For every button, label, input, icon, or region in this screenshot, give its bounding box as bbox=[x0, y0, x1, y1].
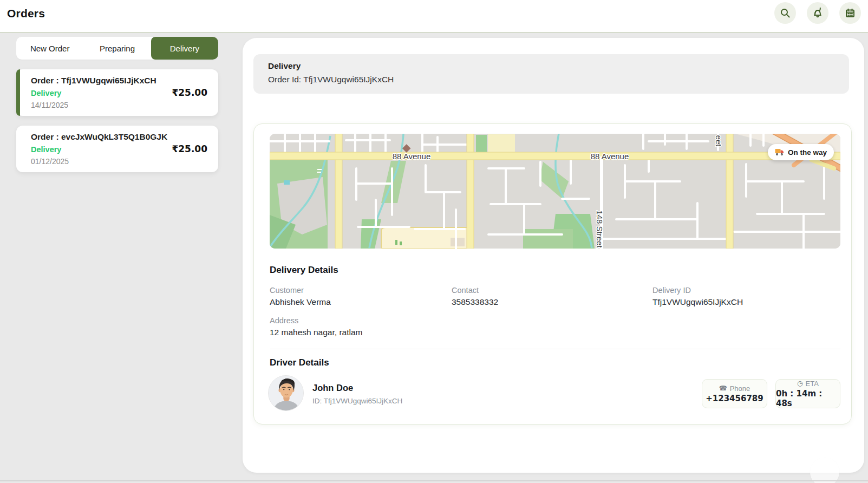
address-value: 12 mahesh nagar, ratlam bbox=[270, 328, 362, 337]
order-title: Order : Tfj1VWUgqwi65IJjKxCH bbox=[31, 76, 156, 86]
order-date: 01/12/2025 bbox=[31, 157, 69, 166]
phone-label-row: ☎ Phone bbox=[719, 384, 750, 393]
map-label-avenue-left: 88 Avenue bbox=[393, 152, 431, 161]
tab-delivery[interactable]: Delivery bbox=[151, 37, 218, 60]
eta-label: ETA bbox=[806, 380, 819, 388]
driver-avatar-illustration bbox=[269, 376, 304, 411]
page-title: Orders bbox=[7, 7, 45, 20]
phone-label: Phone bbox=[730, 384, 750, 393]
tab-preparing[interactable]: Preparing bbox=[83, 37, 151, 60]
calendar-button[interactable] bbox=[839, 2, 861, 24]
map-label-street-partial: eet bbox=[714, 135, 723, 147]
order-status-badge: Delivery bbox=[31, 89, 61, 97]
delivery-status-badge[interactable]: On the way bbox=[768, 144, 834, 160]
search-button[interactable] bbox=[774, 2, 796, 24]
customer-label: Customer bbox=[270, 286, 304, 295]
map-canvas: 88 Avenue 88 Avenue 148 Street eet bbox=[270, 134, 840, 249]
search-icon bbox=[780, 8, 791, 18]
driver-eta-chip: ◷ ETA 0h : 14m : 48s bbox=[775, 379, 840, 408]
delivery-summary-card: Delivery Order Id: Tfj1VWUgqwi65IJjKxCH bbox=[253, 54, 849, 94]
order-card[interactable]: Order : Tfj1VWUgqwi65IJjKxCH Delivery 14… bbox=[16, 69, 218, 116]
truck-icon bbox=[775, 148, 784, 156]
phone-icon: ☎ bbox=[719, 384, 727, 392]
summary-order-id: Order Id: Tfj1VWUgqwi65IJjKxCH bbox=[268, 75, 394, 84]
eta-value: 0h : 14m : 48s bbox=[776, 389, 840, 408]
page-bottom-edge bbox=[0, 480, 868, 481]
driver-avatar bbox=[268, 375, 304, 411]
order-title: Order : evcJxWuQkL3T5Q1B0GJK bbox=[31, 132, 167, 142]
tab-new-order[interactable]: New Order bbox=[16, 37, 83, 60]
phone-value: +123456789 bbox=[706, 394, 763, 403]
bell-icon bbox=[812, 8, 823, 18]
contact-value: 3585338332 bbox=[452, 297, 498, 307]
driver-id: ID: Tfj1VWUgqwi65IJjKxCH bbox=[312, 397, 402, 405]
order-price: ₹25.00 bbox=[172, 87, 207, 98]
order-price: ₹25.00 bbox=[172, 143, 207, 154]
summary-title: Delivery bbox=[268, 61, 301, 71]
order-date: 14/11/2025 bbox=[31, 101, 68, 109]
map-label-avenue-right: 88 Avenue bbox=[591, 152, 629, 161]
delivery-map[interactable]: 88 Avenue 88 Avenue 148 Street eet bbox=[270, 134, 840, 249]
section-divider bbox=[270, 349, 840, 349]
notifications-button[interactable] bbox=[807, 2, 828, 24]
driver-phone-chip[interactable]: ☎ Phone +123456789 bbox=[702, 379, 767, 408]
calendar-icon bbox=[845, 8, 856, 18]
address-label: Address bbox=[270, 316, 298, 325]
top-bar: Orders bbox=[0, 0, 868, 32]
scroll-button[interactable] bbox=[810, 458, 839, 483]
delivery-id-value: Tfj1VWUgqwi65IJjKxCH bbox=[652, 297, 743, 307]
order-status-tabs: New Order Preparing Delivery bbox=[16, 37, 218, 60]
delivery-status-text: On the way bbox=[788, 148, 827, 156]
driver-details-heading: Driver Details bbox=[270, 357, 329, 368]
order-status-badge: Delivery bbox=[31, 145, 61, 154]
delivery-id-label: Delivery ID bbox=[652, 286, 691, 295]
contact-label: Contact bbox=[452, 286, 479, 295]
map-label-street-vertical: 148 Street bbox=[595, 210, 604, 248]
order-card[interactable]: Order : evcJxWuQkL3T5Q1B0GJK Delivery 01… bbox=[16, 126, 218, 172]
customer-value: Abhishek Verma bbox=[270, 297, 331, 307]
delivery-details-heading: Delivery Details bbox=[270, 265, 338, 276]
driver-name: John Doe bbox=[312, 383, 353, 393]
eta-label-row: ◷ ETA bbox=[797, 380, 819, 388]
stopwatch-icon: ◷ bbox=[797, 380, 802, 387]
orders-page: Orders New Order Preparing bbox=[0, 0, 868, 483]
